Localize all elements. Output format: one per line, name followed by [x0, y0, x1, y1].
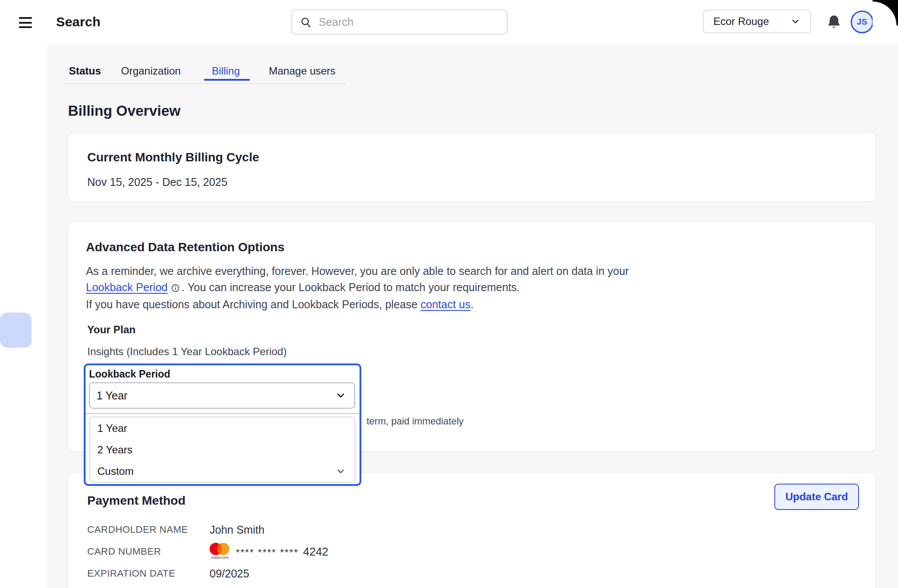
chevron-down-icon: [790, 16, 801, 27]
mastercard-wordmark: mastercard: [209, 556, 231, 559]
billing-page: Search Search Ecor Rouge JS Statu: [0, 0, 898, 588]
dropdown-separator: [86, 413, 360, 414]
option-2-years[interactable]: 2 Years: [90, 439, 355, 460]
contact-us-link[interactable]: contact us: [420, 298, 470, 310]
expiration-value: 09/2025: [210, 567, 249, 580]
card-masked-digits: **** **** ****: [236, 547, 299, 558]
screen-rounded-corner: [873, 0, 898, 25]
lookback-dropdown-label: Lookback Period: [89, 368, 354, 380]
sidebar-active-item[interactable]: [0, 313, 32, 348]
tab-manage-users[interactable]: Manage users: [269, 65, 335, 77]
org-selector-dropdown[interactable]: Ecor Rouge: [703, 10, 811, 33]
notification-bell-icon[interactable]: [826, 13, 842, 31]
page-title: Billing Overview: [68, 103, 181, 119]
billing-cycle-period: Nov 15, 2025 - Dec 15, 2025: [87, 176, 228, 189]
payment-method-card: Payment Method Update Card CARDHOLDER NA…: [68, 473, 876, 588]
cardholder-row: CARDHOLDER NAME John Smith: [87, 519, 613, 541]
card-number-row: CARD NUMBER mastercard **** **** **** 42…: [87, 541, 613, 563]
search-placeholder: Search: [319, 16, 353, 29]
option-1-year[interactable]: 1 Year: [90, 417, 355, 439]
update-card-button[interactable]: Update Card: [774, 484, 859, 510]
org-selector-value: Ecor Rouge: [713, 15, 769, 28]
billing-cycle-title: Current Monthly Billing Cycle: [87, 150, 259, 164]
payment-method-title: Payment Method: [87, 494, 185, 508]
cardholder-label: CARDHOLDER NAME: [87, 524, 210, 535]
info-icon[interactable]: [171, 281, 180, 297]
tab-billing[interactable]: Billing: [212, 65, 240, 77]
your-plan-label: Your Plan: [87, 324, 135, 336]
option-label: 1 Year: [97, 422, 127, 435]
retention-paragraph-1-line2: . You can increase your Lookback Period …: [182, 281, 520, 293]
expiration-label: EXPIRATION DATE: [87, 568, 210, 579]
chevron-down-icon: [335, 390, 346, 401]
lookback-options-list: 1 Year 2 Years Custom: [89, 417, 356, 483]
card-number-label: CARD NUMBER: [87, 546, 210, 557]
option-label: Custom: [97, 465, 134, 478]
hamburger-menu-icon[interactable]: [19, 17, 32, 28]
option-custom[interactable]: Custom: [90, 460, 355, 482]
tab-status[interactable]: Status: [69, 65, 101, 77]
retention-paragraph-2: If you have questions about Archiving an…: [86, 298, 474, 311]
billing-cycle-card: Current Monthly Billing Cycle Nov 15, 20…: [68, 132, 876, 202]
retention-paragraph-1: As a reminder, we archive everything, fo…: [86, 263, 629, 297]
card-number-value: mastercard **** **** **** 4242: [210, 543, 328, 560]
retention-paragraph-1-line1: As a reminder, we archive everything, fo…: [86, 263, 629, 279]
lookback-period-link[interactable]: Lookback Period: [86, 281, 167, 293]
chevron-down-icon: [335, 466, 346, 477]
lookback-selected-value: 1 Year: [96, 389, 128, 402]
cardholder-value: John Smith: [210, 524, 264, 536]
plan-name: Insights (Includes 1 Year Lookback Perio…: [87, 346, 287, 358]
option-label: 2 Years: [97, 444, 132, 456]
retention-paragraph-2-text: If you have questions about Archiving an…: [86, 298, 420, 310]
lookback-period-dropdown: Lookback Period 1 Year 1 Year 2 Years Cu…: [84, 363, 361, 486]
mastercard-icon: mastercard: [210, 543, 230, 560]
billing-term-note: term, paid immediately: [367, 416, 463, 427]
page-app-title: Search: [56, 14, 100, 29]
top-header: Search Search Ecor Rouge JS: [0, 0, 898, 45]
tabs-divider: [65, 83, 346, 84]
avatar[interactable]: JS: [851, 11, 873, 33]
retention-title: Advanced Data Retention Options: [86, 240, 285, 254]
expiration-row: EXPIRATION DATE 09/2025: [87, 563, 613, 584]
card-last4: 4242: [303, 545, 328, 559]
retention-paragraph-2-period: .: [470, 298, 474, 310]
tab-organization[interactable]: Organization: [121, 65, 181, 77]
lookback-select-control[interactable]: 1 Year: [89, 382, 355, 409]
active-tab-underline: [204, 79, 250, 81]
payment-details: CARDHOLDER NAME John Smith CARD NUMBER m…: [87, 519, 613, 584]
search-icon: [300, 16, 312, 28]
avatar-initials: JS: [857, 17, 867, 27]
search-input[interactable]: Search: [291, 9, 508, 35]
